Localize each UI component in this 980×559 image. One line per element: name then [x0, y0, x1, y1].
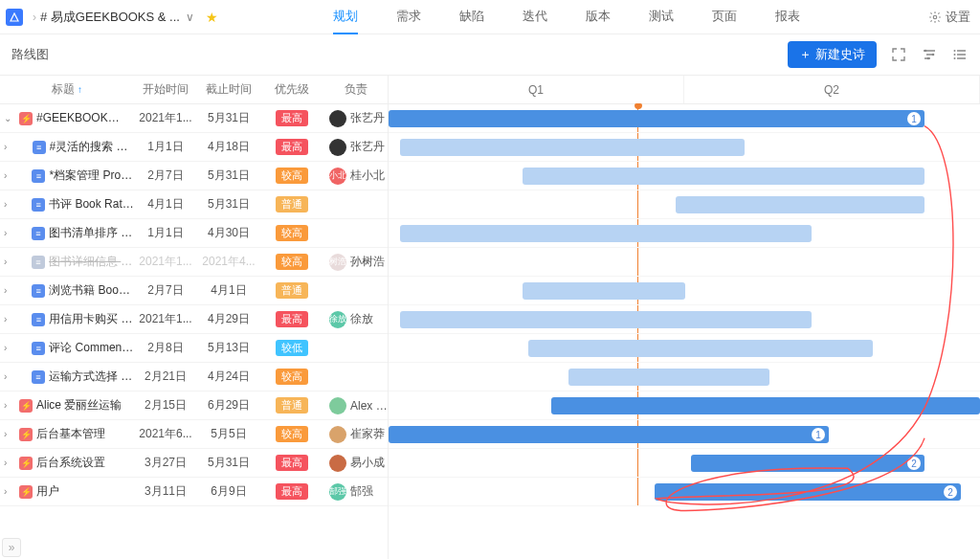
- col-priority[interactable]: 优先级: [260, 81, 323, 98]
- chevron-right-icon[interactable]: ›: [4, 142, 15, 152]
- chevron-right-icon[interactable]: ›: [4, 458, 15, 468]
- gantt-bar[interactable]: [400, 139, 745, 156]
- tab-4[interactable]: 版本: [586, 0, 611, 34]
- cell-priority: 较高: [260, 168, 323, 184]
- gantt-bar[interactable]: 2: [691, 455, 924, 472]
- chevron-right-icon[interactable]: ›: [4, 429, 15, 439]
- chevron-right-icon[interactable]: ›: [4, 486, 15, 497]
- assignee-name: 崔家莽: [350, 426, 385, 442]
- table-row[interactable]: ›≡运输方式选择 S...2月21日4月24日较高: [0, 363, 388, 391]
- cell-assignee: 树浩孙树浩: [323, 254, 389, 271]
- col-title[interactable]: 标题↑: [0, 81, 134, 98]
- breadcrumb-project[interactable]: # 易成GEEKBOOKS & ...: [40, 9, 180, 26]
- cell-priority: 最高: [260, 139, 323, 155]
- avatar: 小北: [329, 168, 346, 185]
- story-icon: ≡: [32, 313, 45, 326]
- bar-badge: 1: [812, 428, 825, 441]
- cell-assignee: 张艺丹: [323, 110, 389, 127]
- tab-5[interactable]: 测试: [649, 0, 674, 34]
- table-row[interactable]: ›≡#灵活的搜索 Fl...1月1日4月18日最高张艺丹: [0, 133, 388, 162]
- table-row[interactable]: ›≡图书详细信息 B...2021年1...2021年4...较高树浩孙树浩: [0, 248, 388, 277]
- gear-icon: [928, 11, 942, 24]
- issue-title: 书评 Book Rating: [49, 196, 134, 212]
- quarter-Q2: Q2: [684, 76, 980, 103]
- topbar: › # 易成GEEKBOOKS & ... ∨ ★ 规划需求缺陷迭代版本测试页面…: [0, 0, 980, 34]
- new-epic-button[interactable]: ＋ 新建史诗: [788, 41, 877, 68]
- new-epic-label: 新建史诗: [815, 46, 865, 63]
- fullscreen-icon[interactable]: [890, 46, 907, 63]
- chevron-right-icon[interactable]: ›: [4, 314, 15, 324]
- cell-end: 6月29日: [197, 397, 260, 414]
- cell-end: 5月31日: [197, 455, 260, 471]
- cell-end: 4月18日: [197, 139, 260, 155]
- gantt-bar[interactable]: 1: [389, 110, 924, 127]
- timeline-row: [389, 334, 980, 363]
- star-icon[interactable]: ★: [206, 10, 218, 25]
- chevron-right-icon[interactable]: ›: [4, 257, 14, 267]
- avatar: [329, 426, 346, 443]
- gantt-bar[interactable]: 1: [389, 426, 829, 443]
- chevron-right-icon[interactable]: ›: [4, 343, 15, 353]
- tab-7[interactable]: 报表: [775, 0, 800, 34]
- timeline-row: [389, 190, 980, 219]
- col-assignee[interactable]: 负责: [323, 81, 389, 98]
- gantt-bar[interactable]: [400, 311, 812, 328]
- svg-point-0: [933, 15, 937, 19]
- table-row[interactable]: ›⚡后台系统设置3月27日5月31日最高易小成: [0, 449, 388, 478]
- col-end[interactable]: 截止时间: [197, 81, 260, 98]
- avatar: [329, 110, 346, 127]
- cell-end: 4月24日: [197, 369, 260, 385]
- chevron-down-icon[interactable]: ∨: [186, 11, 194, 24]
- filter-icon[interactable]: [921, 46, 938, 63]
- gantt-bar[interactable]: 2: [655, 483, 961, 501]
- timeline-row: [389, 305, 980, 334]
- table-row[interactable]: ›≡图书清单排序 B...1月1日4月30日较高: [0, 219, 388, 248]
- table-row[interactable]: ›⚡后台基本管理2021年6...5月5日较高崔家莽: [0, 420, 388, 449]
- table-row[interactable]: ›⚡Alice 爱丽丝运输2月15日6月29日普通Alex Lo: [0, 391, 388, 420]
- table-row[interactable]: ›⚡用户3月11日6月9日最高郜强郜强: [0, 478, 388, 506]
- col-start[interactable]: 开始时间: [134, 81, 197, 98]
- app-logo[interactable]: [6, 9, 23, 26]
- cell-priority: 普通: [260, 397, 323, 414]
- chevron-right-icon[interactable]: ›: [4, 228, 14, 238]
- chevron-right-icon[interactable]: ›: [4, 400, 15, 411]
- bar-badge: 2: [907, 457, 921, 470]
- epic-icon: ⚡: [19, 485, 33, 499]
- cell-priority: 普通: [260, 282, 323, 299]
- gantt-bar[interactable]: [528, 340, 873, 357]
- chevron-right-icon[interactable]: ›: [4, 371, 14, 382]
- gantt-bar[interactable]: [676, 196, 924, 213]
- timeline-row: 1: [389, 104, 980, 133]
- roadmap-label: 路线图: [11, 46, 49, 63]
- gantt-bar[interactable]: [523, 168, 924, 185]
- collapse-panel-button[interactable]: »: [2, 538, 21, 557]
- gantt-bar[interactable]: [551, 397, 980, 414]
- chevron-down-icon[interactable]: ⌄: [4, 113, 15, 123]
- cell-end: 4月29日: [197, 311, 260, 327]
- cell-end: 5月13日: [197, 340, 260, 356]
- gantt-bar[interactable]: [523, 282, 685, 300]
- chevron-right-icon[interactable]: ›: [4, 285, 15, 296]
- nav-tabs: 规划需求缺陷迭代版本测试页面报表: [333, 0, 800, 34]
- svg-point-2: [932, 54, 935, 56]
- cell-start: 3月11日: [134, 483, 197, 500]
- chevron-right-icon[interactable]: ›: [4, 199, 15, 210]
- story-icon: ≡: [32, 284, 45, 298]
- tab-2[interactable]: 缺陷: [459, 0, 484, 34]
- table-row[interactable]: ›≡用信用卡购买 P...2021年1...4月29日最高徐放徐放: [0, 305, 388, 334]
- gantt-bar[interactable]: [568, 369, 769, 386]
- gantt-bar[interactable]: [400, 225, 812, 242]
- table-row[interactable]: ⌄⚡#GEEKBOOKS 极...2021年1...5月31日最高张艺丹: [0, 104, 388, 133]
- cell-priority: 最高: [260, 455, 323, 471]
- table-row[interactable]: ›≡评论 Commenti...2月8日5月13日较低: [0, 334, 388, 363]
- chevron-right-icon[interactable]: ›: [4, 170, 15, 181]
- table-row[interactable]: ›≡书评 Book Rating4月1日5月31日普通: [0, 190, 388, 219]
- tab-6[interactable]: 页面: [712, 0, 737, 34]
- tab-3[interactable]: 迭代: [523, 0, 547, 34]
- list-view-icon[interactable]: [951, 46, 969, 63]
- table-row[interactable]: ›≡浏览书籍 Book ...2月7日4月1日普通: [0, 277, 388, 305]
- tab-0[interactable]: 规划: [333, 0, 358, 34]
- settings-button[interactable]: 设置: [928, 9, 970, 26]
- table-row[interactable]: ›≡*档案管理 Profi...2月7日5月31日较高小北桂小北: [0, 162, 388, 190]
- tab-1[interactable]: 需求: [396, 0, 421, 34]
